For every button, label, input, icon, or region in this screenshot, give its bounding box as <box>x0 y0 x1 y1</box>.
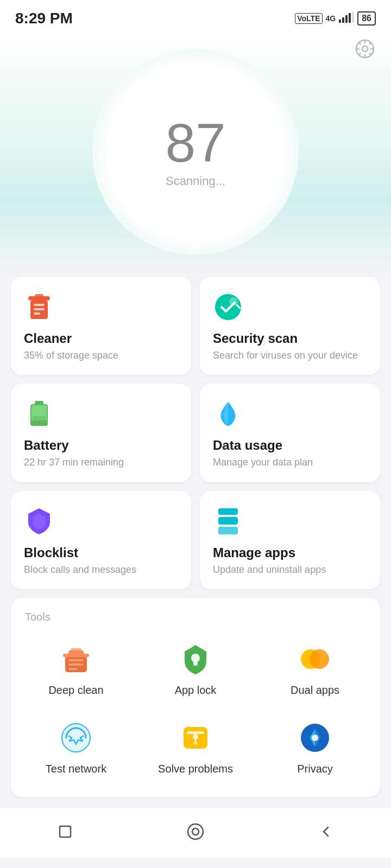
manage-apps-title: Manage apps <box>213 545 295 560</box>
svg-line-12 <box>369 53 371 55</box>
status-bar: 8:29 PM VoLTE 4G 86 <box>0 0 391 33</box>
signal-4g-icon: 4G <box>326 14 336 23</box>
solve-problems-label: Solve problems <box>158 763 233 775</box>
svg-rect-36 <box>68 663 84 666</box>
security-scan-desc: Search for viruses on your device <box>213 349 358 362</box>
svg-rect-34 <box>71 648 81 652</box>
security-score: 87 <box>165 116 225 170</box>
svg-rect-29 <box>218 517 238 525</box>
tools-section: Tools Deep clean <box>11 598 380 797</box>
privacy-icon <box>295 718 335 757</box>
battery-indicator: 86 <box>357 11 376 25</box>
cleaner-icon <box>24 292 54 322</box>
hero-section: 87 Scanning... <box>0 33 391 271</box>
svg-rect-4 <box>352 12 354 23</box>
battery-card[interactable]: Battery 22 hr 37 min remaining <box>11 384 191 482</box>
svg-point-49 <box>188 824 203 839</box>
scan-label: Scanning... <box>166 174 225 188</box>
svg-rect-16 <box>34 304 45 306</box>
svg-rect-48 <box>60 826 71 837</box>
svg-point-45 <box>193 734 198 739</box>
svg-point-50 <box>192 828 199 835</box>
svg-line-13 <box>369 42 371 44</box>
settings-icon[interactable] <box>354 38 376 62</box>
recent-apps-button[interactable] <box>52 819 78 845</box>
svg-point-47 <box>312 735 318 741</box>
tools-grid: Deep clean App lock Dual apps <box>16 634 375 781</box>
cleaner-title: Cleaner <box>24 331 72 346</box>
blocklist-icon <box>24 506 54 537</box>
tools-label: Tools <box>16 611 375 623</box>
battery-icon <box>24 399 54 429</box>
svg-rect-20 <box>35 294 43 297</box>
privacy-tool[interactable]: Privacy <box>255 713 375 781</box>
security-scan-icon <box>213 292 243 322</box>
security-scan-card[interactable]: Security scan Search for viruses on your… <box>200 277 380 375</box>
dual-apps-icon <box>295 640 335 679</box>
svg-rect-17 <box>34 308 45 310</box>
svg-rect-37 <box>68 668 77 670</box>
test-network-icon <box>56 718 96 757</box>
security-scan-title: Security scan <box>213 331 298 346</box>
test-network-label: Test network <box>46 763 106 775</box>
data-usage-icon <box>213 399 243 429</box>
manage-apps-card[interactable]: Manage apps Update and uninstall apps <box>200 491 380 589</box>
data-usage-title: Data usage <box>213 438 282 453</box>
solve-problems-icon <box>176 718 215 757</box>
svg-rect-2 <box>345 15 348 23</box>
manage-apps-icon <box>213 506 243 537</box>
volte-icon: VoLTE <box>295 13 322 24</box>
feature-cards-grid: Cleaner 35% of storage space Security sc… <box>0 277 391 589</box>
svg-line-14 <box>358 53 361 55</box>
svg-point-6 <box>362 46 368 52</box>
data-usage-card[interactable]: Data usage Manage your data plan <box>200 384 380 482</box>
svg-rect-44 <box>187 731 204 734</box>
hero-circle: 87 Scanning... <box>92 49 299 255</box>
deep-clean-tool[interactable]: Deep clean <box>16 634 136 702</box>
app-lock-icon <box>176 640 215 679</box>
app-lock-label: App lock <box>175 684 217 697</box>
deep-clean-label: Deep clean <box>48 684 103 697</box>
test-network-tool[interactable]: Test network <box>16 713 136 781</box>
svg-rect-39 <box>193 660 198 666</box>
back-button[interactable] <box>313 819 339 845</box>
app-lock-tool[interactable]: App lock <box>136 634 255 702</box>
dual-apps-label: Dual apps <box>291 684 339 697</box>
cleaner-card[interactable]: Cleaner 35% of storage space <box>11 277 191 375</box>
battery-title: Battery <box>24 438 69 453</box>
svg-point-41 <box>310 649 329 669</box>
cleaner-desc: 35% of storage space <box>24 349 118 362</box>
svg-rect-18 <box>34 312 40 315</box>
signal-bars-icon <box>339 12 354 25</box>
svg-rect-28 <box>218 508 238 515</box>
blocklist-card[interactable]: Blocklist Block calls and messages <box>11 491 191 589</box>
battery-level: 86 <box>362 14 371 23</box>
svg-rect-1 <box>342 17 344 23</box>
svg-rect-35 <box>68 659 84 661</box>
blocklist-desc: Block calls and messages <box>24 564 136 576</box>
svg-rect-26 <box>35 401 43 405</box>
svg-rect-0 <box>339 20 341 23</box>
dual-apps-tool[interactable]: Dual apps <box>255 634 375 702</box>
blocklist-title: Blocklist <box>24 545 78 560</box>
svg-rect-27 <box>33 416 46 424</box>
privacy-label: Privacy <box>297 763 333 775</box>
solve-problems-tool[interactable]: Solve problems <box>136 713 255 781</box>
status-icons: VoLTE 4G 86 <box>295 11 376 25</box>
data-usage-desc: Manage your data plan <box>213 456 313 469</box>
status-time: 8:29 PM <box>15 10 73 27</box>
nav-bar <box>0 808 391 858</box>
battery-desc: 22 hr 37 min remaining <box>24 456 124 469</box>
home-button[interactable] <box>182 819 209 845</box>
svg-rect-30 <box>218 527 238 534</box>
svg-rect-3 <box>349 13 351 23</box>
svg-point-21 <box>215 294 241 320</box>
deep-clean-icon <box>56 640 96 679</box>
manage-apps-desc: Update and uninstall apps <box>213 564 326 576</box>
svg-line-11 <box>358 42 361 44</box>
svg-rect-33 <box>63 654 89 657</box>
